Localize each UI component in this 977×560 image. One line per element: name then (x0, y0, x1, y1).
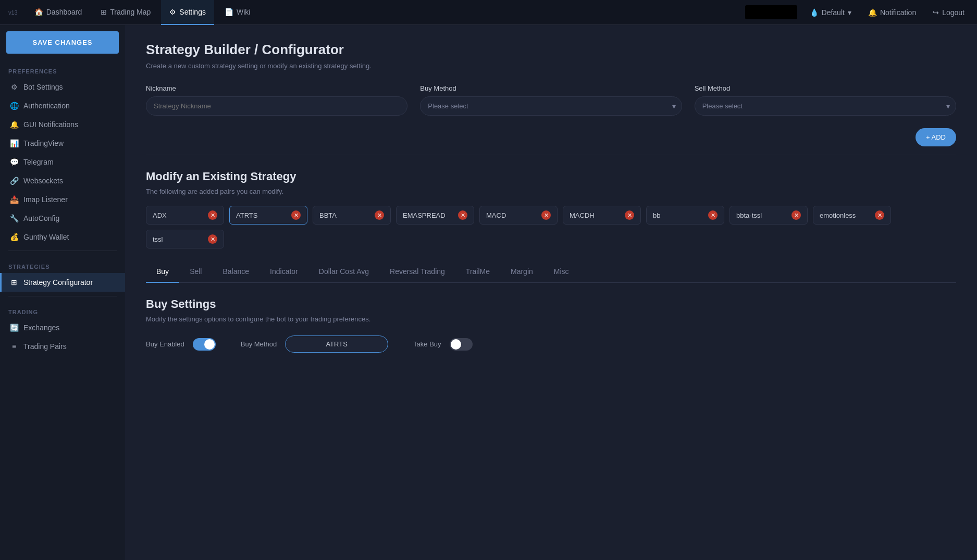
nav-trading-map[interactable]: ⊞ Trading Map (92, 0, 159, 25)
sidebar-item-autoconfig[interactable]: 🔧 AutoConfig (0, 209, 125, 228)
main-content: Strategy Builder / Configurator Create a… (125, 25, 977, 560)
strategy-tag-name: MACD (486, 211, 536, 219)
strategy-tag-remove-button[interactable]: ✕ (625, 210, 634, 220)
buy-method-select[interactable]: Please select (420, 96, 682, 116)
strategy-tag-name: tssl (153, 235, 203, 243)
tab-reversal-trading[interactable]: Reversal Trading (379, 261, 455, 283)
tab-misc[interactable]: Misc (543, 261, 579, 283)
bell-icon: 🔔 (868, 8, 877, 17)
layout: SAVE CHANGES Preferences ⚙ Bot Settings … (0, 25, 977, 560)
topnav: v13 🏠 Dashboard ⊞ Trading Map ⚙ Settings… (0, 0, 977, 25)
sidebar-item-authentication[interactable]: 🌐 Authentication (0, 96, 125, 115)
modify-section-subtitle: The following are added pairs you can mo… (146, 188, 956, 195)
topnav-search-input[interactable] (745, 5, 797, 19)
strategy-tag[interactable]: BBTA ✕ (313, 206, 391, 225)
buy-enabled-toggle[interactable] (193, 338, 216, 351)
strategy-tag-remove-button[interactable]: ✕ (208, 234, 217, 244)
strategy-tag[interactable]: bbta-tssl ✕ (729, 206, 808, 225)
strategy-tag-name: emotionless (820, 211, 870, 219)
nickname-input[interactable] (146, 96, 407, 116)
sidebar-item-telegram[interactable]: 💬 Telegram (0, 153, 125, 171)
tab-sell[interactable]: Sell (179, 261, 212, 283)
strategy-tag[interactable]: MACDH ✕ (563, 206, 641, 225)
pairs-icon: ≡ (10, 342, 18, 351)
tab-dollar-cost-avg[interactable]: Dollar Cost Avg (308, 261, 379, 283)
home-icon: 🏠 (34, 8, 43, 16)
sidebar-item-imap[interactable]: 📥 Imap Listener (0, 190, 125, 209)
strategy-tags-container: ADX ✕ ATRTS ✕ BBTA ✕ EMASPREAD ✕ MACD ✕ … (146, 206, 956, 248)
section-divider (146, 155, 956, 155)
save-changes-button[interactable]: SAVE CHANGES (6, 31, 119, 54)
buy-settings-subtitle: Modify the settings options to configure… (146, 315, 956, 323)
default-dropdown[interactable]: 💧 Default ▾ (806, 6, 856, 19)
strategy-tag[interactable]: tssl ✕ (146, 230, 224, 248)
strategy-tag-remove-button[interactable]: ✕ (708, 210, 718, 220)
sidebar-item-websockets[interactable]: 🔗 Websockets (0, 171, 125, 190)
sidebar-item-gunthy-wallet[interactable]: 💰 Gunthy Wallet (0, 228, 125, 246)
buy-enabled-setting: Buy Enabled (146, 338, 216, 351)
nav-settings[interactable]: ⚙ Settings (161, 0, 214, 25)
preferences-section-label: Preferences (0, 60, 125, 78)
wiki-icon: 📄 (225, 8, 233, 16)
strategy-tag[interactable]: ADX ✕ (146, 206, 224, 225)
globe-icon: 🌐 (10, 102, 18, 110)
configurator-icon: ⊞ (10, 278, 18, 287)
buy-settings-row: Buy Enabled Buy Method Take Buy (146, 335, 956, 353)
take-buy-label: Take Buy (413, 340, 441, 348)
sidebar-item-tradingview[interactable]: 📊 TradingView (0, 134, 125, 153)
buy-method-value-input[interactable] (285, 335, 388, 353)
strategy-tag[interactable]: ATRTS ✕ (229, 206, 307, 225)
sidebar-item-bot-settings[interactable]: ⚙ Bot Settings (0, 78, 125, 96)
strategy-tag-remove-button[interactable]: ✕ (875, 210, 884, 220)
notification-btn[interactable]: 🔔 Notification (864, 6, 920, 19)
buy-method-setting-label: Buy Method (241, 340, 277, 348)
take-buy-setting: Take Buy (413, 338, 472, 351)
nickname-label: Nickname (146, 84, 407, 92)
strategy-tag[interactable]: EMASPREAD ✕ (396, 206, 474, 225)
strategy-tag-remove-button[interactable]: ✕ (208, 210, 217, 220)
sidebar-divider-1 (8, 251, 117, 251)
strategy-tag-name: ADX (153, 211, 203, 219)
sell-method-select[interactable]: Please select (695, 96, 956, 116)
gear-icon: ⚙ (10, 83, 18, 91)
take-buy-toggle[interactable] (450, 338, 473, 351)
tab-balance[interactable]: Balance (212, 261, 259, 283)
sell-method-select-wrapper: Please select (695, 96, 956, 116)
strategy-tag-remove-button[interactable]: ✕ (541, 210, 551, 220)
sidebar-item-exchanges[interactable]: 🔄 Exchanges (0, 318, 125, 337)
nickname-group: Nickname (146, 84, 407, 116)
strategy-tag-name: BBTA (319, 211, 369, 219)
strategy-tag[interactable]: MACD ✕ (479, 206, 558, 225)
chart-icon: 📊 (10, 139, 18, 147)
strategy-tag-remove-button[interactable]: ✕ (375, 210, 384, 220)
tab-indicator[interactable]: Indicator (259, 261, 308, 283)
strategy-tag-name: ATRTS (236, 211, 286, 219)
strategy-tag[interactable]: bb ✕ (646, 206, 724, 225)
add-strategy-button[interactable]: + ADD (916, 128, 956, 146)
logout-btn[interactable]: ↪ Logout (929, 6, 969, 19)
nav-dashboard[interactable]: 🏠 Dashboard (26, 0, 91, 25)
gear-icon: ⚙ (169, 8, 176, 16)
strategy-tag[interactable]: emotionless ✕ (813, 206, 891, 225)
sell-method-group: Sell Method Please select (695, 84, 956, 116)
strategies-section-label: Strategies (0, 255, 125, 273)
strategy-tag-remove-button[interactable]: ✕ (291, 210, 301, 220)
strategy-tag-remove-button[interactable]: ✕ (458, 210, 467, 220)
trading-section-label: Trading (0, 301, 125, 318)
chat-icon: 💬 (10, 158, 18, 166)
nav-wiki[interactable]: 📄 Wiki (216, 0, 258, 25)
strategy-tag-name: MACDH (570, 211, 620, 219)
sidebar-item-trading-pairs[interactable]: ≡ Trading Pairs (0, 337, 125, 356)
chevron-down-icon: ▾ (848, 8, 851, 17)
modify-section-title: Modify an Existing Strategy (146, 170, 956, 183)
link-icon: 🔗 (10, 177, 18, 185)
page-subtitle: Create a new custom strategy setting or … (146, 62, 956, 70)
sidebar-item-strategy-configurator[interactable]: ⊞ Strategy Configurator (0, 273, 125, 292)
sidebar-item-gui-notifications[interactable]: 🔔 GUI Notifications (0, 115, 125, 134)
sell-method-label: Sell Method (695, 84, 956, 92)
tab-trailme[interactable]: TrailMe (455, 261, 500, 283)
wallet-icon: 💰 (10, 233, 18, 241)
strategy-tag-remove-button[interactable]: ✕ (792, 210, 801, 220)
tab-buy[interactable]: Buy (146, 261, 179, 283)
tab-margin[interactable]: Margin (500, 261, 543, 283)
